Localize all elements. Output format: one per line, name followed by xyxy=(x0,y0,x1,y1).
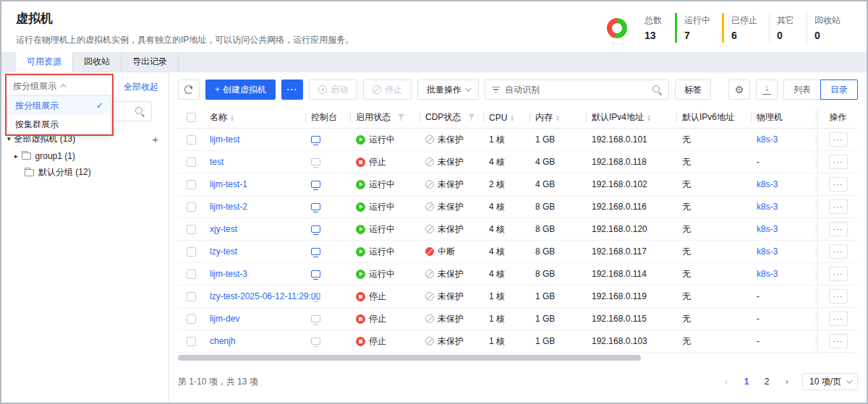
filter-icon[interactable] xyxy=(468,114,475,121)
console-icon[interactable] xyxy=(311,158,320,166)
dropdown-option-by-cluster[interactable]: 按集群展示 xyxy=(8,115,111,134)
row-actions-button[interactable]: ··· xyxy=(829,177,848,192)
tags-button[interactable]: 标签 xyxy=(675,79,711,100)
sort-icon[interactable]: ▴▾ xyxy=(231,114,234,121)
vm-name-link[interactable]: lijm-test-1 xyxy=(210,179,247,189)
group-display-selector[interactable]: 按分组展示 xyxy=(7,77,110,95)
host-link[interactable]: k8s-3 xyxy=(757,269,778,279)
batch-operations-button[interactable]: 批量操作 xyxy=(417,79,479,100)
tab[interactable]: 回收站 xyxy=(73,52,122,72)
add-group-button[interactable]: + xyxy=(152,134,158,145)
page-size-select[interactable]: 10 项/页 xyxy=(802,373,858,390)
prev-page-button[interactable]: ‹ xyxy=(718,374,734,390)
filter-icon[interactable] xyxy=(398,114,404,121)
host-link[interactable]: k8s-3 xyxy=(757,224,778,234)
host-link[interactable]: k8s-3 xyxy=(757,179,778,189)
tree-item-group1[interactable]: ▸ group1 (1) xyxy=(1,147,169,164)
row-actions-button[interactable]: ··· xyxy=(829,267,848,281)
page-1-button[interactable]: 1 xyxy=(739,374,754,390)
view-catalog-button[interactable]: 目录 xyxy=(820,79,858,100)
tree-item-default-group[interactable]: 默认分组 (12) xyxy=(1,164,169,181)
vm-name-link[interactable]: test xyxy=(210,157,224,167)
console-icon[interactable] xyxy=(311,293,320,300)
vm-name-link[interactable]: lijm-dev xyxy=(210,314,239,324)
plus-icon: + xyxy=(215,85,220,95)
row-checkbox[interactable] xyxy=(187,314,196,324)
row-actions-button[interactable]: ··· xyxy=(829,222,848,236)
host-link[interactable]: k8s-3 xyxy=(757,246,778,257)
row-checkbox[interactable] xyxy=(187,158,196,167)
vm-name-link[interactable]: lijm-test-2 xyxy=(210,202,247,212)
row-checkbox[interactable] xyxy=(187,135,196,145)
sort-icon[interactable]: ▴▾ xyxy=(556,114,559,121)
host-link[interactable]: k8s-3 xyxy=(757,202,778,212)
host-link[interactable]: - xyxy=(757,291,760,301)
row-checkbox[interactable] xyxy=(187,225,196,234)
row-actions-button[interactable]: ··· xyxy=(829,334,848,348)
tab[interactable]: 导出记录 xyxy=(122,52,179,72)
row-checkbox[interactable] xyxy=(187,270,196,279)
vm-name-link[interactable]: lijm-test-3 xyxy=(210,269,247,279)
sort-icon[interactable]: ▴▾ xyxy=(511,114,514,121)
vm-name-link[interactable]: lzy-test xyxy=(210,246,237,257)
console-icon[interactable] xyxy=(311,315,320,322)
refresh-button[interactable] xyxy=(178,79,200,100)
collapse-all-link[interactable]: 全部收起 xyxy=(124,81,158,93)
horizontal-scrollbar-thumb[interactable] xyxy=(178,355,641,361)
console-icon[interactable] xyxy=(311,136,320,143)
host-link[interactable]: - xyxy=(757,336,760,346)
column-header-status[interactable]: 启用状态 xyxy=(350,107,420,128)
cdp-status-icon xyxy=(425,180,434,189)
row-actions-button[interactable]: ··· xyxy=(829,199,848,214)
row-checkbox[interactable] xyxy=(187,247,196,257)
more-actions-button[interactable]: ··· xyxy=(281,79,303,100)
expand-caret-icon[interactable]: ▸ xyxy=(14,152,18,160)
export-button[interactable]: ↓ xyxy=(756,79,778,100)
vm-name-link[interactable]: xjy-test xyxy=(210,224,237,234)
console-icon[interactable] xyxy=(311,181,320,188)
row-actions-button[interactable]: ··· xyxy=(829,289,848,304)
console-icon[interactable] xyxy=(311,203,320,210)
search-mode-label[interactable]: 自动识别 xyxy=(505,84,540,96)
row-actions-button[interactable]: ··· xyxy=(829,155,848,169)
filter-lines-icon xyxy=(492,87,500,93)
vm-name-link[interactable]: lijm-test xyxy=(210,134,239,145)
console-icon[interactable] xyxy=(311,225,320,233)
view-list-button[interactable]: 列表 xyxy=(783,79,820,100)
dropdown-option-by-group[interactable]: 按分组展示 ✓ xyxy=(8,96,111,115)
column-header-memory[interactable]: 内存▴▾ xyxy=(529,107,586,128)
tab[interactable]: 可用资源 xyxy=(16,52,73,72)
select-all-checkbox[interactable] xyxy=(187,113,196,122)
settings-button[interactable]: ⚙ xyxy=(728,79,750,100)
cdp-status-label: 未保护 xyxy=(438,223,464,236)
host-link[interactable]: k8s-3 xyxy=(757,134,778,145)
status-icon xyxy=(356,158,365,167)
page-2-button[interactable]: 2 xyxy=(759,374,775,390)
start-button[interactable]: 启动 xyxy=(309,79,357,100)
next-page-button[interactable]: › xyxy=(779,374,795,390)
vm-name-link[interactable]: lzy-test-2025-06-12-11:29:00 xyxy=(210,291,320,301)
vm-name-link[interactable]: chenjh xyxy=(210,336,235,346)
search-icon[interactable] xyxy=(652,85,662,95)
row-checkbox[interactable] xyxy=(187,180,196,189)
column-header-cdp[interactable]: CDP状态 xyxy=(420,107,483,128)
row-checkbox[interactable] xyxy=(187,202,196,212)
create-vm-button[interactable]: +创建虚拟机 xyxy=(205,79,276,100)
stop-button[interactable]: 停止 xyxy=(363,79,412,100)
console-icon[interactable] xyxy=(311,270,320,278)
column-header-ipv4[interactable]: 默认IPv4地址▴▾ xyxy=(586,107,676,128)
column-header-cpu[interactable]: CPU▴▾ xyxy=(483,107,529,128)
column-header-name[interactable]: 名称▴▾ xyxy=(204,107,305,128)
vm-search-input[interactable]: 自动识别 xyxy=(485,79,669,100)
row-checkbox[interactable] xyxy=(187,292,196,301)
collapse-caret-icon[interactable]: ▾ xyxy=(7,135,11,142)
row-actions-button[interactable]: ··· xyxy=(829,244,848,259)
host-link[interactable]: - xyxy=(757,314,760,324)
host-link[interactable]: - xyxy=(757,157,760,167)
console-icon[interactable] xyxy=(311,338,320,345)
sort-icon[interactable]: ▴▾ xyxy=(647,114,650,121)
console-icon[interactable] xyxy=(311,248,320,255)
row-actions-button[interactable]: ··· xyxy=(829,311,848,326)
row-actions-button[interactable]: ··· xyxy=(829,132,848,147)
row-checkbox[interactable] xyxy=(187,337,196,346)
